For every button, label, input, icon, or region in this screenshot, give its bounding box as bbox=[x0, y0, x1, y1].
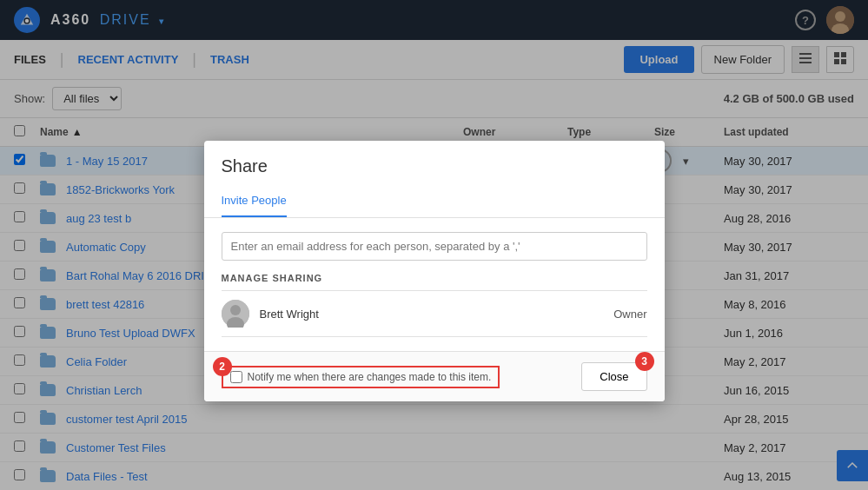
badge-3: 3 bbox=[635, 352, 654, 371]
sharing-role: Owner bbox=[613, 308, 646, 321]
share-modal: Share Invite People MANAGE SHARING bbox=[204, 141, 665, 401]
sharing-divider-bottom bbox=[222, 336, 647, 337]
invite-people-tab[interactable]: Invite People bbox=[222, 185, 287, 217]
modal-body: MANAGE SHARING Brett Wright Owner bbox=[204, 218, 665, 351]
modal-header: Share bbox=[204, 141, 665, 185]
sharing-row: Brett Wright Owner bbox=[222, 291, 647, 336]
modal-tabs: Invite People bbox=[204, 185, 665, 218]
sharing-avatar bbox=[222, 300, 249, 328]
svg-point-18 bbox=[230, 305, 241, 315]
modal-title: Share bbox=[222, 156, 647, 176]
sharing-name: Brett Wright bbox=[260, 308, 614, 321]
notify-label: Notify me when there are changes made to… bbox=[248, 371, 492, 383]
badge-2: 2 bbox=[213, 357, 232, 376]
notify-wrapper: 2 Notify me when there are changes made … bbox=[222, 366, 500, 388]
modal-footer: 2 Notify me when there are changes made … bbox=[204, 351, 665, 401]
manage-sharing-label: MANAGE SHARING bbox=[222, 273, 647, 283]
email-input[interactable] bbox=[222, 232, 647, 261]
modal-overlay: Share Invite People MANAGE SHARING bbox=[0, 0, 868, 490]
notify-checkbox[interactable] bbox=[230, 371, 242, 383]
